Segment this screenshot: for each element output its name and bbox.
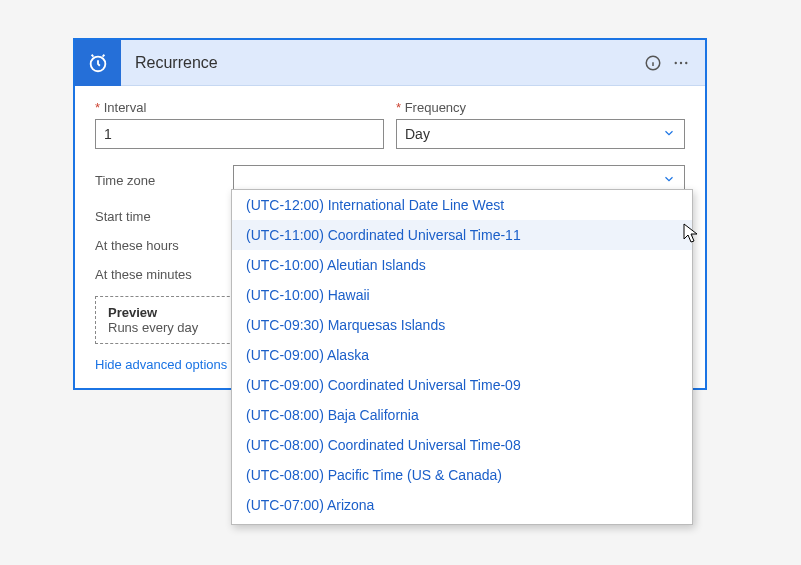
timezone-option[interactable]: (UTC-08:00) Coordinated Universal Time-0… [232, 430, 692, 460]
frequency-value: Day [405, 126, 430, 142]
frequency-select[interactable]: Day [396, 119, 685, 149]
timezone-option[interactable]: (UTC-08:00) Baja California [232, 400, 692, 430]
info-icon[interactable] [639, 49, 667, 77]
chevron-down-icon [662, 126, 676, 143]
frequency-label: Frequency [396, 100, 685, 115]
hide-advanced-link[interactable]: Hide advanced options [95, 357, 245, 372]
timezone-dropdown[interactable]: (UTC-12:00) International Date Line West… [231, 189, 693, 525]
minutes-label: At these minutes [95, 267, 233, 282]
starttime-label: Start time [95, 209, 233, 224]
hide-advanced-label: Hide advanced options [95, 357, 227, 372]
interval-label: Interval [95, 100, 384, 115]
timezone-option[interactable]: (UTC-12:00) International Date Line West [232, 190, 692, 220]
timezone-option[interactable]: (UTC-11:00) Coordinated Universal Time-1… [232, 220, 692, 250]
timezone-option[interactable]: (UTC-10:00) Hawaii [232, 280, 692, 310]
preview-text: Runs every day [108, 320, 232, 335]
more-icon[interactable] [667, 49, 695, 77]
card-header: Recurrence [75, 40, 705, 86]
interval-value: 1 [104, 126, 112, 142]
timezone-option[interactable]: (UTC-07:00) Arizona [232, 490, 692, 520]
svg-point-2 [675, 61, 677, 63]
timezone-option[interactable]: (UTC-09:00) Alaska [232, 340, 692, 370]
hours-label: At these hours [95, 238, 233, 253]
preview-title: Preview [108, 305, 232, 320]
chevron-down-icon [662, 172, 676, 189]
preview-box: Preview Runs every day [95, 296, 245, 344]
svg-point-3 [680, 61, 682, 63]
timezone-label: Time zone [95, 173, 233, 188]
timezone-option[interactable]: (UTC-10:00) Aleutian Islands [232, 250, 692, 280]
timezone-option[interactable]: (UTC-09:30) Marquesas Islands [232, 310, 692, 340]
svg-point-4 [685, 61, 687, 63]
card-title: Recurrence [121, 54, 639, 72]
timezone-option[interactable] [232, 520, 692, 525]
clock-icon [75, 40, 121, 86]
timezone-option[interactable]: (UTC-08:00) Pacific Time (US & Canada) [232, 460, 692, 490]
timezone-option[interactable]: (UTC-09:00) Coordinated Universal Time-0… [232, 370, 692, 400]
interval-input[interactable]: 1 [95, 119, 384, 149]
